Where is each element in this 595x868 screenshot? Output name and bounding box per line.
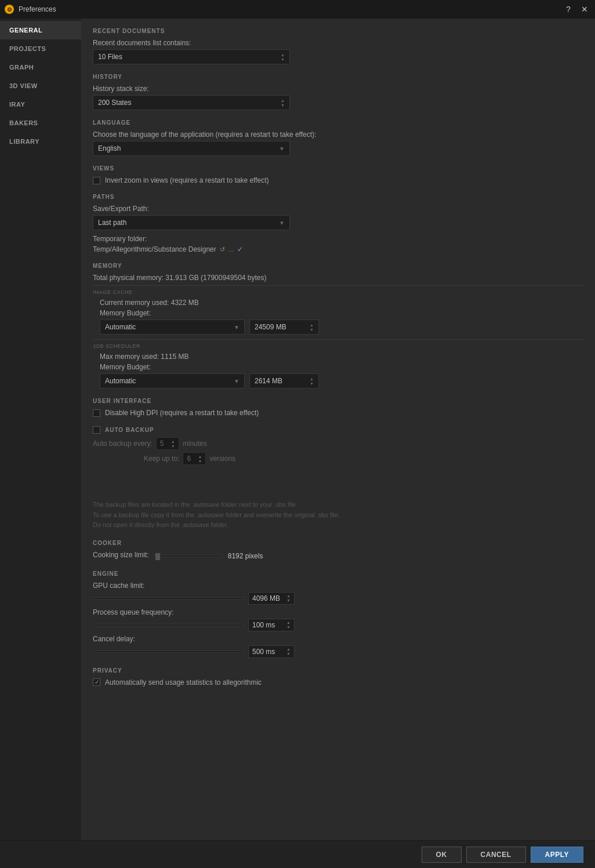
process-queue-label: Process queue frequency: (93, 608, 583, 616)
sidebar-item-bakers[interactable]: Bakers (0, 114, 81, 132)
spinbox-arrows: ▲ ▼ (281, 53, 285, 61)
invert-zoom-row: Invert zoom in views (requires a restart… (93, 176, 583, 184)
image-cache-budget-value: 24509 MB (255, 323, 286, 331)
temp-folder-path: Temp/Allegorithmic/Substance Designer (93, 245, 216, 253)
settings-panel: Recent Documents Recent documents list c… (81, 19, 595, 840)
engine-section-title: Engine (93, 571, 583, 577)
ok-button[interactable]: OK (422, 847, 462, 863)
titlebar-buttons: ? ✕ (563, 3, 590, 15)
total-physical-memory: Total physical memory: 31.913 GB (179009… (93, 274, 583, 282)
auto-backup-checkbox[interactable] (93, 426, 100, 434)
auto-backup-every-unit: minutes (183, 440, 207, 448)
history-stack-spinbox[interactable]: 200 States ▲ ▼ (93, 95, 290, 110)
process-queue-spinbox[interactable]: 100 ms ▲ ▼ (248, 619, 295, 631)
job-scheduler-mode-value: Automatic (105, 377, 136, 385)
auto-backup-note: The backup files are located in the .aut… (93, 500, 583, 531)
sidebar-item-3dview[interactable]: 3D View (0, 77, 81, 95)
auto-backup-note-line1: The backup files are located in the .aut… (93, 500, 583, 510)
check-icon: ✓ (237, 245, 243, 253)
job-scheduler-budget-label: Memory Budget: (100, 363, 583, 371)
language-label: Choose the language of the application (… (93, 130, 583, 139)
refresh-icon[interactable]: ↺ (220, 246, 225, 253)
cancel-delay-slider[interactable] (93, 651, 244, 653)
privacy-stats-label: Automatically send usage statistics to a… (105, 678, 262, 687)
gpu-cache-spinbox[interactable]: 4096 MB ▲ ▼ (248, 592, 295, 605)
job-scheduler-mode-dropdown[interactable]: Automatic ▼ (100, 373, 245, 388)
footer: OK CANCEL APPLY (0, 840, 595, 868)
image-cache-mode-value: Automatic (105, 323, 136, 331)
image-cache-budget-spinbox[interactable]: 24509 MB ▲ ▼ (249, 319, 319, 335)
cooker-section-title: Cooker (93, 540, 583, 546)
save-export-dropdown[interactable]: Last path ▼ (93, 215, 290, 230)
sidebar-item-general[interactable]: General (0, 21, 81, 39)
privacy-stats-checkbox[interactable]: ✓ (93, 678, 100, 686)
auto-backup-keep-row: Keep up to: 6 ▲ ▼ versions (93, 452, 583, 465)
temp-folder-row: Temp/Allegorithmic/Substance Designer ↺ … (93, 245, 583, 253)
privacy-section-title: Privacy (93, 667, 583, 674)
recent-docs-section-title: Recent Documents (93, 28, 583, 34)
recent-docs-value: 10 Files (98, 53, 122, 61)
high-dpi-label: Disable High DPI (requires a restart to … (105, 409, 259, 417)
language-section-title: Language (93, 119, 583, 126)
invert-zoom-label: Invert zoom in views (requires a restart… (105, 176, 269, 184)
process-queue-value: 100 ms (252, 621, 275, 629)
sidebar-item-iray[interactable]: Iray (0, 95, 81, 114)
auto-backup-section-title: Auto Backup (105, 427, 154, 433)
process-queue-slider-row: 100 ms ▲ ▼ (93, 619, 583, 631)
language-value: English (98, 144, 121, 152)
high-dpi-checkbox[interactable] (93, 409, 100, 417)
cooking-size-slider[interactable] (154, 555, 223, 557)
cooking-size-row: Cooking size limit: 8192 pixels (93, 551, 583, 561)
language-dropdown[interactable]: English ▼ (93, 141, 290, 156)
spinbox-up-arrow: ▲ (281, 53, 285, 57)
recent-docs-spinbox[interactable]: 10 Files ▲ ▼ (93, 49, 290, 64)
save-export-dropdown-arrow: ▼ (279, 220, 285, 226)
memory-section-title: Memory (93, 263, 583, 269)
auto-backup-keep-spinbox[interactable]: 6 ▲ ▼ (183, 452, 206, 465)
cancel-delay-spinbox[interactable]: 500 ms ▲ ▼ (248, 645, 295, 658)
cancel-delay-label: Cancel delay: (93, 635, 583, 643)
current-memory-used: Current memory used: 4322 MB (100, 299, 583, 307)
image-cache-subtitle: Image Cache (93, 285, 583, 295)
cooking-size-label: Cooking size limit: (93, 551, 149, 559)
auto-backup-every-value: 5 (160, 440, 164, 448)
auto-backup-every-spinbox[interactable]: 5 ▲ ▼ (156, 437, 179, 450)
sidebar-item-library[interactable]: Library (0, 132, 81, 151)
more-icon[interactable]: ... (228, 246, 234, 253)
privacy-stats-row: ✓ Automatically send usage statistics to… (93, 678, 583, 687)
image-cache-section: Current memory used: 4322 MB Memory Budg… (93, 299, 583, 335)
job-scheduler-dropdown-arrow: ▼ (234, 378, 240, 384)
gpu-cache-slider[interactable] (93, 597, 244, 600)
user-interface-section-title: User Interface (93, 398, 583, 404)
sidebar-item-projects[interactable]: Projects (0, 39, 81, 58)
help-button[interactable]: ? (563, 3, 574, 15)
auto-backup-keep-label: Keep up to: (93, 455, 179, 463)
save-export-label: Save/Export Path: (93, 205, 583, 213)
process-queue-slider[interactable] (93, 624, 244, 626)
image-cache-dropdown-arrow: ▼ (234, 324, 240, 331)
auto-backup-header-row: Auto Backup (93, 426, 583, 434)
job-scheduler-section: Max memory used: 1115 MB Memory Budget: … (93, 353, 583, 388)
auto-backup-every-label: Auto backup every: (93, 440, 153, 448)
job-scheduler-subtitle: Job Scheduler (93, 339, 583, 349)
job-scheduler-budget-row: Automatic ▼ 2614 MB ▲ ▼ (100, 373, 583, 388)
image-cache-budget-label: Memory Budget: (100, 309, 583, 317)
auto-backup-note-line3: Do not open it directly from the .autosa… (93, 520, 583, 531)
image-cache-mode-dropdown[interactable]: Automatic ▼ (100, 319, 245, 335)
job-scheduler-budget-value: 2614 MB (255, 377, 282, 385)
gpu-cache-slider-row: 4096 MB ▲ ▼ (93, 592, 583, 605)
titlebar: ⚙ Preferences ? ✕ (0, 0, 595, 19)
paths-section-title: Paths (93, 194, 583, 200)
cancel-delay-value: 500 ms (252, 648, 275, 656)
job-scheduler-budget-spinbox[interactable]: 2614 MB ▲ ▼ (249, 373, 319, 388)
cancel-button[interactable]: CANCEL (466, 847, 526, 863)
sidebar: General Projects Graph 3D View Iray Bake… (0, 19, 81, 840)
job-scheduler-spinbox-arrows: ▲ ▼ (310, 377, 314, 386)
image-cache-spinbox-arrows: ▲ ▼ (310, 323, 314, 332)
cooking-size-value: 8192 pixels (228, 552, 263, 560)
close-button[interactable]: ✕ (579, 3, 590, 15)
sidebar-item-graph[interactable]: Graph (0, 58, 81, 77)
max-memory-used: Max memory used: 1115 MB (100, 353, 583, 361)
invert-zoom-checkbox[interactable] (93, 177, 100, 184)
apply-button[interactable]: APPLY (531, 847, 583, 863)
